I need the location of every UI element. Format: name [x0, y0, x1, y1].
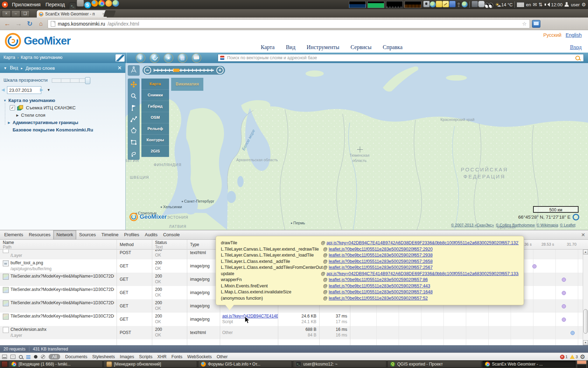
layer-button-гибрид[interactable]: Гибрид: [141, 101, 169, 112]
layer-button-снимки[interactable]: Снимки: [141, 90, 169, 101]
devtools-tab-audits[interactable]: Audits: [142, 230, 160, 239]
weather-icon[interactable]: ☀☁: [495, 2, 499, 7]
print-icon[interactable]: [192, 53, 201, 63]
applications-menu[interactable]: Приложения: [10, 2, 42, 7]
devtools-tab-sources[interactable]: Sources: [76, 230, 99, 239]
screen-lock-icon[interactable]: [423, 1, 430, 7]
rss-launcher-icon[interactable]: [105, 0, 112, 7]
firefox-launcher-icon[interactable]: [91, 0, 98, 7]
wikimapia-tab[interactable]: Викимапия: [171, 78, 203, 91]
screenshot-launcher-icon[interactable]: [77, 0, 84, 7]
package-blue-icon[interactable]: [449, 1, 456, 7]
eyes-icon[interactable]: [485, 2, 493, 7]
globe-launcher-icon[interactable]: [112, 0, 119, 7]
locate-icon[interactable]: [573, 214, 579, 220]
devtools-tab-resources[interactable]: Resources: [26, 230, 53, 239]
dock-side-icon[interactable]: [2, 355, 7, 359]
tree-toggle-icon[interactable]: ▼: [3, 99, 7, 102]
menu-item-3[interactable]: Инструменты: [307, 44, 340, 50]
stack-source-link[interactable]: leaflet.js?0be9bc11f05511e283e500259020f…: [329, 277, 428, 282]
layer-button-2gis[interactable]: 2GIS: [141, 146, 169, 157]
workspace-1[interactable]: [577, 360, 587, 364]
user-menu-icon[interactable]: [564, 2, 569, 7]
search-input[interactable]: [226, 55, 573, 61]
map-canvas[interactable]: НОРВЕГИЯШВЕЦИЯФИНЛЯНДИЯБелое мореАрханге…: [126, 63, 588, 230]
stack-source-link[interactable]: leaflet.js?0be9bc11f05511e283e500259020f…: [329, 284, 430, 288]
panel-dropdown-icon[interactable]: ▼: [4, 66, 7, 70]
devtools-tab-elements[interactable]: Elements: [1, 230, 26, 239]
memory-monitor-applet[interactable]: [368, 1, 384, 8]
layer-checkbox[interactable]: ✓: [10, 105, 15, 110]
initiator-link[interactable]: api.js?key=042DB94C7E414B...: [222, 314, 278, 319]
map-properties-icon[interactable]: [115, 54, 125, 62]
tomboy-icon[interactable]: [471, 1, 478, 7]
forward-button[interactable]: →: [14, 20, 23, 28]
panel-close-icon[interactable]: ✕: [117, 65, 122, 71]
back-button[interactable]: ←: [3, 20, 12, 28]
stack-source-link[interactable]: leaflet.js?0be9bc11f05511e283e500259020f…: [329, 247, 433, 252]
error-badge-icon[interactable]: ✕: [560, 355, 565, 359]
menu-item-4[interactable]: Сервисы: [351, 44, 372, 50]
polyline-tool-button[interactable]: [128, 113, 140, 125]
search-icon[interactable]: [575, 56, 580, 60]
layer-button-карта[interactable]: Карта: [141, 79, 169, 90]
date-prev-icon[interactable]: ◀: [1, 87, 5, 92]
filter-images[interactable]: Images: [120, 354, 134, 359]
tree-item-1[interactable]: ▼Карта по умолчанию: [0, 97, 125, 104]
favorites-icon[interactable]: [164, 53, 173, 63]
jar-icon[interactable]: [478, 1, 485, 7]
menu-item-1[interactable]: Карта: [261, 44, 275, 50]
workspace-2[interactable]: [577, 364, 587, 368]
browser-tab[interactable]: ScanEx Web Geomixer - п ×: [36, 10, 107, 18]
username-label[interactable]: user: [571, 2, 580, 7]
panel-menu-name[interactable]: Вид: [10, 65, 18, 71]
rectangle-tool-button[interactable]: [128, 136, 140, 148]
tree-item-4[interactable]: ▶Административные границы: [0, 119, 125, 126]
filter-websockets[interactable]: WebSockets: [187, 354, 212, 359]
tree-toggle-icon[interactable]: ▶: [15, 114, 20, 117]
download-icon[interactable]: [136, 53, 145, 63]
devtools-close-icon[interactable]: ✕: [581, 232, 585, 238]
record-icon[interactable]: [34, 355, 37, 359]
stack-source-link[interactable]: leaflet.js?0be9bc11f05511e283e500259020f…: [329, 259, 433, 264]
lang-english-link[interactable]: English: [566, 32, 582, 38]
filter-all[interactable]: All: [49, 354, 60, 360]
bookmark-star-icon[interactable]: ☆: [522, 21, 527, 27]
attribution-link-1[interactable]: © 2007-2013 «СканЭкс»: [451, 223, 494, 227]
polygon-tool-button[interactable]: [128, 125, 140, 136]
taskbar-window-2[interactable]: [Менеджер обновлений]: [104, 361, 197, 368]
devtools-scrollbar[interactable]: ▲ ▼: [583, 250, 588, 345]
filter-scripts[interactable]: Scripts: [139, 354, 152, 359]
filter-xhr[interactable]: XHR: [157, 354, 166, 359]
devtools-settings-icon[interactable]: ⚙: [580, 353, 585, 361]
skype-launcher-icon[interactable]: S: [84, 2, 91, 8]
flag-tool-button[interactable]: [128, 102, 140, 113]
network-request-row[interactable]: TileSender.ashx?ModeKey=tile&MapName=1D3…: [0, 313, 588, 326]
notes-icon[interactable]: [436, 1, 442, 7]
network-request-row[interactable]: CheckVersion.ashx/LayerPOST200OKtext/htm…: [0, 326, 588, 339]
places-menu[interactable]: Переход: [44, 2, 66, 7]
filter-documents[interactable]: Documents: [65, 354, 87, 359]
opacity-slider-handle[interactable]: [85, 77, 90, 84]
window-restore-button[interactable]: ❑: [21, 10, 30, 17]
geomixer-logo[interactable]: GeoMixer: [5, 33, 70, 49]
lang-russian-link[interactable]: Русский: [543, 32, 561, 38]
filter-list-icon[interactable]: [26, 355, 30, 359]
console-drawer-icon[interactable]: ›: [10, 355, 15, 359]
warning-badge-icon[interactable]: [570, 355, 575, 359]
chrome-launcher-icon[interactable]: [98, 0, 105, 7]
stack-source-link[interactable]: leaflet.js?0be9bc11f05511e283e500259020f…: [329, 296, 428, 301]
zoom-out-button[interactable]: −: [144, 67, 151, 74]
session-gear-icon[interactable]: ⚙: [581, 2, 586, 7]
url-field[interactable]: maps.kosmosnimki.ru /api/index.html ☆: [48, 19, 530, 28]
freehand-tool-button[interactable]: [128, 148, 140, 159]
network-traffic-icon[interactable]: ⇅: [539, 2, 543, 7]
window-close-button[interactable]: ×: [2, 10, 11, 17]
filter-stylesheets[interactable]: Stylesheets: [92, 354, 115, 359]
workspace-switcher[interactable]: [577, 360, 587, 368]
attribution-link-4[interactable]: © Leaflet: [560, 223, 575, 227]
attribution-link-2[interactable]: © Collins Bartholomew: [496, 223, 534, 227]
filter-fonts[interactable]: Fonts: [172, 354, 182, 359]
reload-button[interactable]: ↻: [25, 20, 34, 28]
scroll-down-icon[interactable]: ▼: [583, 340, 588, 345]
